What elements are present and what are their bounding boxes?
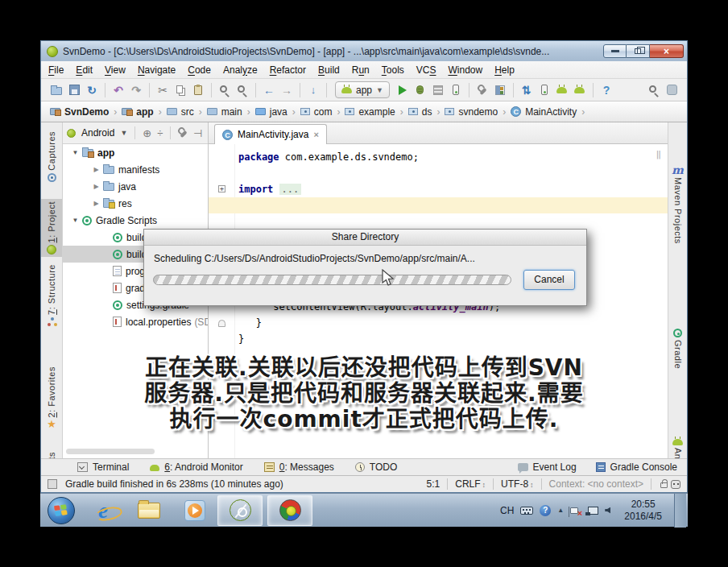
menu-navigate[interactable]: Navigate bbox=[138, 64, 176, 76]
breadcrumb-item-app[interactable]: app bbox=[121, 106, 154, 118]
tree-expanded-arrow-icon[interactable]: ▼ bbox=[71, 149, 80, 156]
start-button[interactable] bbox=[48, 497, 75, 524]
menu-view[interactable]: View bbox=[105, 64, 126, 76]
taskbar-browser[interactable] bbox=[267, 495, 312, 526]
dialog-title[interactable]: Share Directory bbox=[144, 230, 586, 246]
taskbar-internet-explorer[interactable]: e bbox=[85, 495, 121, 526]
window-titlebar[interactable]: SvnDemo - [C:\Users\Ds\AndroidStudioProj… bbox=[41, 41, 687, 61]
find-icon[interactable] bbox=[217, 82, 233, 98]
taskbar-media-player[interactable] bbox=[177, 495, 213, 526]
toolwindow-androidmonitor[interactable]: 6: Android Monitor bbox=[150, 461, 242, 473]
minimize-button[interactable] bbox=[603, 44, 627, 58]
paste-icon[interactable] bbox=[190, 82, 206, 98]
menu-tools[interactable]: Tools bbox=[382, 64, 404, 76]
line-ending-selector[interactable]: CRLF bbox=[455, 478, 486, 490]
attach-icon[interactable] bbox=[448, 82, 464, 98]
language-indicator[interactable]: CH bbox=[500, 505, 514, 516]
sidebar-item-structure[interactable]: 7: Structure bbox=[41, 262, 62, 329]
sdk-icon[interactable] bbox=[554, 82, 570, 98]
close-tab-icon[interactable]: × bbox=[313, 130, 318, 139]
replace-icon[interactable] bbox=[234, 82, 250, 98]
toolwindow-gradle-console[interactable]: Gradle Console bbox=[596, 461, 677, 473]
tree-row-manifests[interactable]: ▶manifests bbox=[63, 161, 208, 178]
structure-icon[interactable] bbox=[492, 82, 508, 98]
horizontal-scrollbar[interactable] bbox=[66, 449, 155, 454]
taskbar-windows-explorer[interactable] bbox=[131, 495, 167, 526]
toolwindow-terminal[interactable]: Terminal bbox=[77, 461, 129, 473]
menu-code[interactable]: Code bbox=[188, 64, 211, 76]
toolwindow-messages[interactable]: 0: Messages bbox=[264, 461, 334, 473]
save-icon[interactable] bbox=[66, 82, 82, 98]
sidebar-item-android-model[interactable]: Android Model bbox=[668, 437, 687, 458]
open-icon[interactable] bbox=[48, 82, 64, 98]
restore-button[interactable] bbox=[627, 44, 650, 58]
breadcrumb-item-svndemo[interactable]: svndemo bbox=[444, 106, 498, 118]
tree-collapsed-arrow-icon[interactable]: ▶ bbox=[92, 166, 101, 173]
fold-expand-icon[interactable]: + bbox=[218, 185, 225, 192]
coverage-icon[interactable] bbox=[430, 82, 446, 98]
menu-analyze[interactable]: Analyze bbox=[223, 64, 258, 76]
copy-icon[interactable] bbox=[172, 82, 188, 98]
search-icon[interactable] bbox=[646, 82, 662, 98]
tree-row-local-properties[interactable]: local.properties(SDK bbox=[63, 313, 208, 330]
cancel-button[interactable]: Cancel bbox=[523, 270, 575, 290]
keyboard-icon[interactable] bbox=[520, 507, 533, 515]
lock-icon[interactable] bbox=[660, 482, 668, 488]
close-button[interactable]: × bbox=[650, 44, 684, 58]
menu-file[interactable]: File bbox=[48, 64, 64, 76]
tree-row-res[interactable]: ▶res bbox=[63, 195, 208, 212]
tree-row-gradle-scripts[interactable]: ▼Gradle Scripts bbox=[63, 212, 208, 229]
tree-expanded-arrow-icon[interactable]: ▼ bbox=[71, 217, 80, 224]
menu-edit[interactable]: Edit bbox=[76, 64, 93, 76]
breadcrumb-item-ds[interactable]: ds bbox=[407, 106, 433, 118]
tree-collapsed-arrow-icon[interactable]: ▶ bbox=[92, 200, 101, 207]
collapse-all-icon[interactable]: ÷ bbox=[157, 127, 163, 139]
breadcrumb-item-com[interactable]: com bbox=[300, 106, 333, 118]
network-icon[interactable] bbox=[588, 507, 598, 515]
debug-icon[interactable] bbox=[412, 82, 428, 98]
sidebar-item-variants[interactable]: Variants bbox=[41, 449, 62, 458]
device-icon[interactable] bbox=[572, 82, 588, 98]
run-configuration-selector[interactable]: app▼ bbox=[335, 81, 390, 98]
action-center-flag-icon[interactable] bbox=[570, 507, 578, 514]
sidebar-item-favorites[interactable]: 2: Favorites★ bbox=[41, 364, 62, 432]
gear-icon[interactable] bbox=[178, 128, 188, 138]
menu-help[interactable]: Help bbox=[494, 64, 515, 76]
chevron-down-icon[interactable]: ▼ bbox=[120, 129, 127, 137]
taskbar-android-studio[interactable] bbox=[217, 495, 263, 526]
sort-icon[interactable]: ↓ bbox=[305, 82, 321, 98]
caret-position[interactable]: 5:1 bbox=[427, 478, 441, 490]
show-hidden-icons[interactable]: ▲ bbox=[557, 507, 564, 514]
menu-window[interactable]: Window bbox=[448, 64, 482, 76]
breadcrumb-item-mainactivity[interactable]: CMainActivity bbox=[510, 106, 577, 118]
breadcrumb-item-java[interactable]: java bbox=[254, 106, 288, 118]
help-tray-icon[interactable]: ? bbox=[540, 505, 551, 516]
show-desktop-button[interactable] bbox=[674, 494, 686, 528]
tree-row-app[interactable]: ▼app bbox=[63, 144, 208, 161]
toolwindow-event-log[interactable]: Event Log bbox=[518, 461, 577, 473]
hector-inspector-icon[interactable] bbox=[671, 480, 680, 489]
breadcrumb-item-src[interactable]: src bbox=[166, 106, 195, 118]
settings-icon[interactable] bbox=[474, 82, 490, 98]
sidebar-item-project[interactable]: 1: Project bbox=[41, 199, 62, 257]
menu-run[interactable]: Run bbox=[352, 64, 370, 76]
forward-icon[interactable]: → bbox=[279, 82, 295, 98]
avd-icon[interactable] bbox=[536, 82, 552, 98]
undo-icon[interactable]: ↶ bbox=[110, 82, 126, 98]
toolwindow-todo[interactable]: TODO bbox=[355, 461, 397, 473]
hide-panel-icon[interactable]: ⊣ bbox=[193, 127, 202, 139]
project-view-selector[interactable]: Android bbox=[81, 127, 114, 139]
breadcrumb-item-svndemo[interactable]: SvnDemo bbox=[49, 106, 110, 118]
run-icon[interactable] bbox=[395, 82, 411, 98]
breadcrumb-item-example[interactable]: example bbox=[344, 106, 395, 118]
tree-collapsed-arrow-icon[interactable]: ▶ bbox=[92, 183, 101, 190]
avatar-icon[interactable] bbox=[664, 82, 680, 98]
redo-icon[interactable]: ↷ bbox=[128, 82, 144, 98]
tree-row-java[interactable]: ▶java bbox=[63, 178, 208, 195]
back-icon[interactable]: ← bbox=[261, 82, 277, 98]
taskbar-clock[interactable]: 20:55 2016/4/5 bbox=[624, 499, 662, 523]
sync-icon[interactable]: ↻ bbox=[84, 82, 100, 98]
encoding-selector[interactable]: UTF-8 bbox=[501, 478, 534, 490]
sidebar-item-maven-projects[interactable]: mMaven Projects bbox=[668, 163, 687, 246]
volume-icon[interactable] bbox=[605, 507, 610, 514]
